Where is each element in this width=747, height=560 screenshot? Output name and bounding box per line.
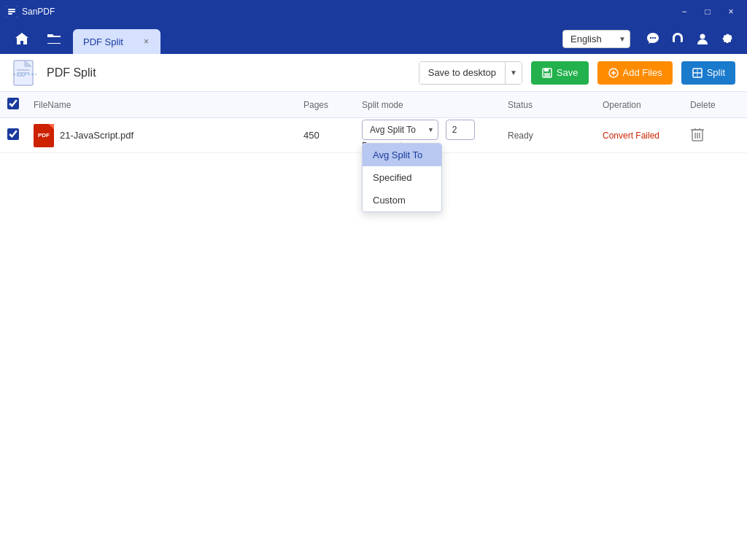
svg-rect-14 [544, 73, 550, 77]
user-button[interactable] [692, 28, 713, 50]
row-pages-cell: 450 [299, 130, 357, 141]
add-files-label: Add Files [623, 67, 662, 78]
delete-row-button[interactable] [690, 126, 705, 145]
split-mode-select: Avg Split To ▼ Avg Split To Specified Cu… [362, 120, 438, 140]
col-checkbox [3, 98, 29, 112]
svg-rect-13 [544, 69, 549, 71]
language-selector-wrap: English Chinese Japanese Korean ▼ [562, 30, 630, 48]
chat-button[interactable] [642, 28, 664, 50]
split-option-custom[interactable]: Custom [363, 189, 441, 211]
col-delete: Delete [686, 100, 744, 110]
toolbar2: PDF Split Save to desktop ▼ Save Add Fil… [0, 54, 747, 92]
col-split-mode: Split mode [357, 100, 503, 110]
col-status: Status [503, 100, 598, 110]
split-mode-value: Avg Split To [370, 125, 416, 135]
minimize-button[interactable]: − [674, 1, 694, 22]
save-to-desktop-arrow-button[interactable]: ▼ [505, 62, 522, 84]
row-filename: 21-JavaScript.pdf [60, 130, 133, 141]
row-filename-cell: PDF 21-JavaScript.pdf [29, 124, 299, 147]
svg-rect-5 [681, 39, 683, 42]
main-content: PDF Split Save to desktop ▼ Save Add Fil… [0, 54, 747, 560]
app-icon [6, 6, 18, 18]
page-icon [12, 60, 38, 86]
row-checkbox-cell [3, 128, 29, 142]
table-header: FileName Pages Split mode Status Operati… [0, 92, 747, 118]
split-label: Split [707, 67, 725, 78]
save-to-desktop-dropdown: Save to desktop ▼ [419, 61, 522, 85]
col-pages: Pages [299, 100, 357, 110]
tab-close-button[interactable]: × [142, 35, 150, 48]
pdf-file-icon: PDF [34, 124, 54, 147]
split-button[interactable]: Split [681, 61, 735, 85]
nav-right-icons [642, 28, 738, 50]
select-all-checkbox[interactable] [7, 98, 19, 109]
row-status-cell: Ready [503, 131, 598, 141]
home-button[interactable] [9, 26, 35, 52]
app-title: SanPDF [22, 7, 55, 17]
open-folder-button[interactable] [41, 26, 67, 52]
svg-rect-1 [8, 9, 15, 10]
row-checkbox[interactable] [7, 128, 19, 140]
split-mode-dropdown-menu: Avg Split To Specified Custom [362, 143, 442, 212]
headset-button[interactable] [667, 28, 689, 50]
window-controls: − □ × [674, 1, 741, 22]
page-title: PDF Split [47, 66, 410, 79]
split-number-input[interactable] [446, 120, 475, 140]
svg-rect-3 [8, 13, 12, 15]
table-row: PDF 21-JavaScript.pdf 450 Avg Split To ▼… [0, 118, 747, 153]
settings-button[interactable] [716, 28, 738, 50]
svg-rect-4 [673, 39, 675, 42]
add-files-button[interactable]: Add Files [597, 61, 673, 85]
titlebar: SanPDF − □ × [0, 0, 747, 23]
tab-bar: PDF Split × [73, 23, 557, 54]
split-option-specified[interactable]: Specified [363, 166, 441, 189]
maximize-button[interactable]: □ [697, 1, 718, 22]
col-operation: Operation [598, 100, 686, 110]
language-select[interactable]: English Chinese Japanese Korean [562, 30, 630, 48]
svg-rect-2 [8, 11, 15, 12]
file-table: FileName Pages Split mode Status Operati… [0, 92, 747, 560]
svg-point-6 [700, 34, 705, 39]
pdf-split-tab[interactable]: PDF Split × [73, 29, 160, 54]
row-split-mode-cell: Avg Split To ▼ Avg Split To Specified Cu… [357, 120, 503, 151]
save-label: Save [557, 67, 578, 78]
save-to-desktop-button[interactable]: Save to desktop [419, 62, 505, 84]
row-delete-cell [686, 126, 744, 145]
navbar: PDF Split × English Chinese Japanese Kor… [0, 23, 747, 54]
titlebar-left: SanPDF [6, 6, 55, 18]
split-option-avg-split-to[interactable]: Avg Split To [363, 144, 441, 166]
col-filename: FileName [29, 100, 299, 110]
split-mode-button[interactable]: Avg Split To [362, 120, 438, 140]
close-button[interactable]: × [721, 1, 741, 22]
save-button[interactable]: Save [531, 61, 589, 85]
row-operation-cell: Convert Failed [598, 131, 686, 141]
tab-label: PDF Split [83, 36, 123, 47]
